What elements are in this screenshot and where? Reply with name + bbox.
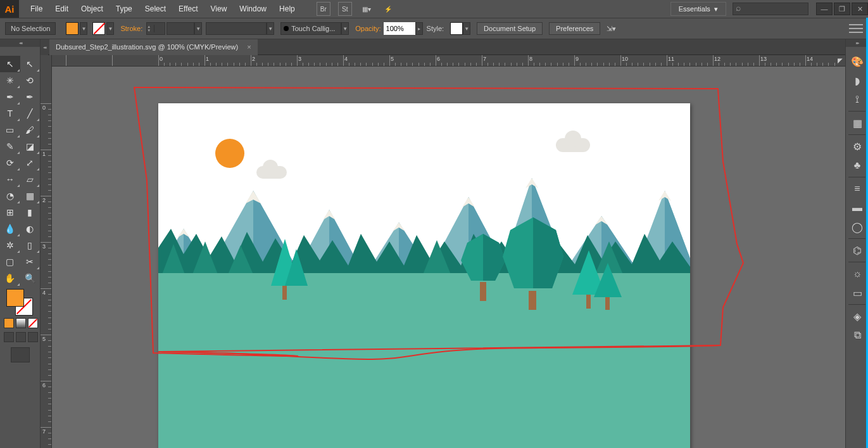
color-panel-icon[interactable]: 🎨 (846, 52, 868, 71)
stroke-weight-input[interactable]: ▲▼ (146, 22, 165, 35)
stroke-panel-icon[interactable]: ▦ (846, 113, 868, 132)
fill-swatch[interactable] (66, 22, 79, 35)
rpanel-collapse-handle[interactable] (846, 39, 868, 47)
bridge-icon[interactable]: Br (317, 2, 330, 16)
workspace-switcher[interactable]: Essentials ▾ (670, 2, 726, 16)
stock-icon[interactable]: St (338, 2, 352, 16)
hand-tool[interactable]: ✋ (0, 270, 20, 286)
graphic-styles-icon[interactable]: ☼ (846, 264, 868, 283)
document-setup-button[interactable]: Document Setup (477, 22, 543, 35)
width-tool[interactable]: ↔ (0, 171, 20, 188)
maximize-button[interactable]: ❐ (834, 3, 850, 15)
fill-dropdown[interactable]: ▼ (80, 22, 87, 35)
zoom-tool[interactable]: 🔍 (20, 270, 41, 286)
graphic-style-swatch[interactable] (450, 22, 463, 35)
brush-definition[interactable]: Touch Callig... (280, 22, 341, 35)
menu-view[interactable]: View (204, 0, 234, 18)
free-transform-tool[interactable]: ▱ (20, 171, 41, 188)
gradient-tool[interactable]: ▮ (20, 204, 41, 221)
layers-panel-icon[interactable]: ◈ (846, 307, 868, 326)
draw-behind[interactable] (16, 332, 26, 342)
lasso-tool[interactable]: ⟲ (20, 72, 41, 89)
fill-stroke-indicator[interactable] (6, 289, 33, 316)
column-graph-tool[interactable]: ▯ (20, 237, 41, 253)
menu-file[interactable]: File (24, 0, 49, 18)
arrange-docs-icon[interactable]: ▦▾ (360, 2, 374, 16)
symbol-sprayer-tool[interactable]: ✲ (0, 237, 20, 253)
transform-panel-icon[interactable]: ▬ (846, 198, 868, 217)
draw-normal[interactable] (4, 332, 14, 342)
scroll-origin-arrow[interactable]: ◤ (835, 55, 845, 67)
direct-selection-tool[interactable]: ↖ (20, 56, 41, 72)
artboard-tool[interactable]: ▢ (0, 253, 20, 270)
document-tab[interactable]: Dubsured_Step2_illustration.svg @ 100% (… (49, 39, 258, 55)
cc-libraries-icon[interactable]: ⌬ (846, 241, 868, 260)
color-mode-solid[interactable] (4, 318, 14, 328)
artboards-panel-icon[interactable]: ⧉ (846, 326, 868, 345)
magic-wand-tool[interactable]: ✳ (0, 72, 20, 89)
preferences-button[interactable]: Preferences (549, 22, 600, 35)
var-width-profile[interactable] (206, 22, 267, 35)
menu-object[interactable]: Object (75, 0, 110, 18)
search-input[interactable] (733, 3, 808, 15)
control-bar-menu-icon[interactable] (849, 24, 863, 33)
screen-mode-button[interactable] (11, 347, 30, 362)
vertical-ruler[interactable]: 01234567 (41, 55, 52, 448)
canvas[interactable] (52, 67, 845, 448)
menu-edit[interactable]: Edit (49, 0, 75, 18)
draw-inside[interactable] (28, 332, 38, 342)
tabbar-collapse-handle[interactable] (41, 39, 48, 55)
appearance-panel-icon[interactable]: ◯ (846, 217, 868, 236)
selection-tool[interactable]: ↖ (0, 56, 20, 72)
close-tab-icon[interactable]: × (247, 43, 251, 51)
align-panel-icon[interactable]: ≡ (846, 179, 868, 198)
menu-type[interactable]: Type (110, 0, 139, 18)
curvature-tool[interactable]: ✒ (20, 89, 41, 105)
eraser-tool[interactable]: ◪ (20, 138, 41, 155)
var-width-arrow[interactable]: ▼ (267, 22, 274, 35)
slice-tool[interactable]: ✂ (20, 253, 41, 270)
scale-tool[interactable]: ⤢ (20, 155, 41, 171)
menu-effect[interactable]: Effect (172, 0, 204, 18)
rectangle-tool[interactable]: ▭ (0, 122, 20, 138)
paintbrush-tool[interactable]: 🖌 (20, 122, 41, 138)
stroke-type-dropdown-arrow[interactable]: ▼ (194, 22, 202, 35)
blend-tool[interactable]: ◐ (20, 221, 41, 237)
type-tool[interactable]: T (0, 105, 20, 122)
pencil-tool[interactable]: ✎ (0, 138, 20, 155)
stroke-type-dropdown[interactable] (167, 22, 194, 35)
color-mode-gradient[interactable] (16, 318, 26, 328)
color-guide-icon[interactable]: ◗ (846, 71, 868, 90)
line-segment-tool[interactable]: ╱ (20, 105, 41, 122)
perspective-grid-tool[interactable]: ▦ (20, 188, 41, 204)
document-tab-title: Dubsured_Step2_illustration.svg @ 100% (… (56, 43, 238, 51)
pathfinder-icon[interactable]: ▭ (846, 283, 868, 302)
opacity-dropdown-arrow[interactable]: ▸ (415, 22, 423, 35)
style-dropdown-arrow[interactable]: ▼ (463, 22, 470, 35)
brushes-panel-icon[interactable]: ⚙ (846, 137, 868, 156)
mesh-tool[interactable]: ⊞ (0, 204, 20, 221)
stroke-swatch[interactable] (92, 22, 105, 35)
swatches-panel-icon[interactable]: ⟟ (846, 90, 868, 109)
fill-box[interactable] (6, 289, 24, 307)
horizontal-ruler[interactable]: 01234567891011121314 (52, 55, 845, 67)
minimize-button[interactable]: — (816, 3, 833, 15)
opacity-input[interactable]: 100% (384, 22, 415, 35)
pen-tool[interactable]: ✒ (0, 89, 20, 105)
menu-window[interactable]: Window (233, 0, 273, 18)
brush-dropdown-arrow[interactable]: ▼ (341, 22, 349, 35)
rotate-tool[interactable]: ⟳ (0, 155, 20, 171)
art-tree-trunk-3 (529, 291, 536, 310)
menu-help[interactable]: Help (273, 0, 301, 18)
menu-select[interactable]: Select (139, 0, 172, 18)
eyedropper-tool[interactable]: 💧 (0, 221, 20, 237)
shape-builder-tool[interactable]: ◔ (0, 188, 20, 204)
symbols-panel-icon[interactable]: ♣ (846, 156, 868, 175)
align-icon[interactable]: ⇲▾ (607, 25, 616, 33)
gpu-icon[interactable]: ⚡ (381, 2, 395, 16)
close-button[interactable]: ✕ (852, 3, 868, 15)
stroke-dropdown[interactable]: ▼ (106, 22, 114, 35)
tools-collapse-handle[interactable] (0, 39, 40, 47)
artboard (158, 103, 690, 448)
color-mode-none[interactable] (28, 318, 38, 328)
